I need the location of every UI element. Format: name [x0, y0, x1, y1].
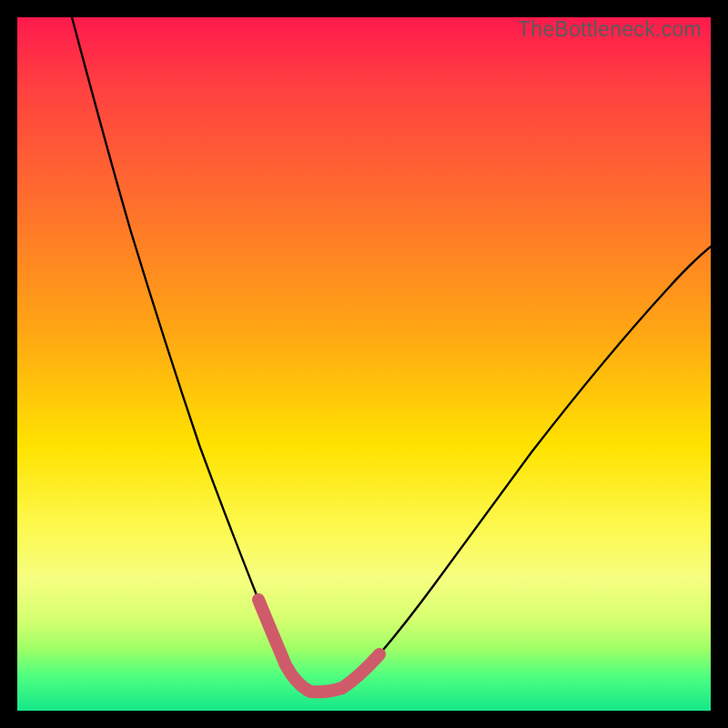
- bottleneck-curve: [72, 17, 711, 692]
- chart-svg: [17, 17, 711, 711]
- chart-frame: TheBottleneck.com: [17, 17, 711, 711]
- thick-segment: [258, 600, 379, 692]
- watermark-text: TheBottleneck.com: [518, 17, 702, 42]
